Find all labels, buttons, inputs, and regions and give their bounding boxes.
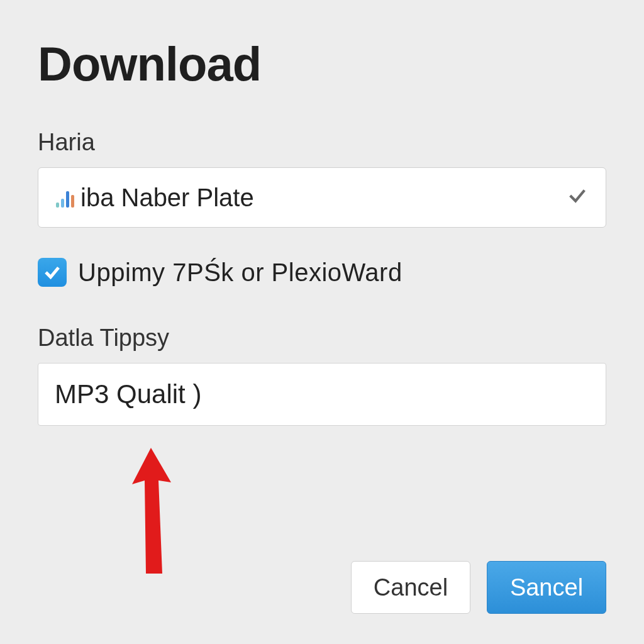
haria-select[interactable]: iba Naber Plate [38,167,606,228]
datla-input[interactable]: MP3 Qualit ) [38,363,606,426]
dialog-button-row: Cancel Sancel [351,561,606,614]
svg-marker-0 [132,448,171,574]
cancel-button-label: Cancel [374,574,448,601]
field-haria-label: Haria [38,129,606,156]
datla-input-value: MP3 Qualit ) [55,379,201,409]
check-icon [567,184,588,212]
confirm-button[interactable]: Sancel [487,561,606,614]
uppimy-checkbox-label: Uppimy 7PŚk or PlexioWard [78,258,402,287]
haria-select-value: iba Naber Plate [80,184,254,212]
dialog-title: Download [38,36,606,91]
arrow-annotation-icon [131,448,206,582]
field-datla-label: Datla Tippsy [38,325,606,352]
uppimy-checkbox-row[interactable]: Uppimy 7PŚk or PlexioWard [38,258,606,287]
confirm-button-label: Sancel [510,574,583,601]
cancel-button[interactable]: Cancel [351,561,470,614]
uppimy-checkbox[interactable] [38,258,67,287]
bars-icon [56,187,74,208]
